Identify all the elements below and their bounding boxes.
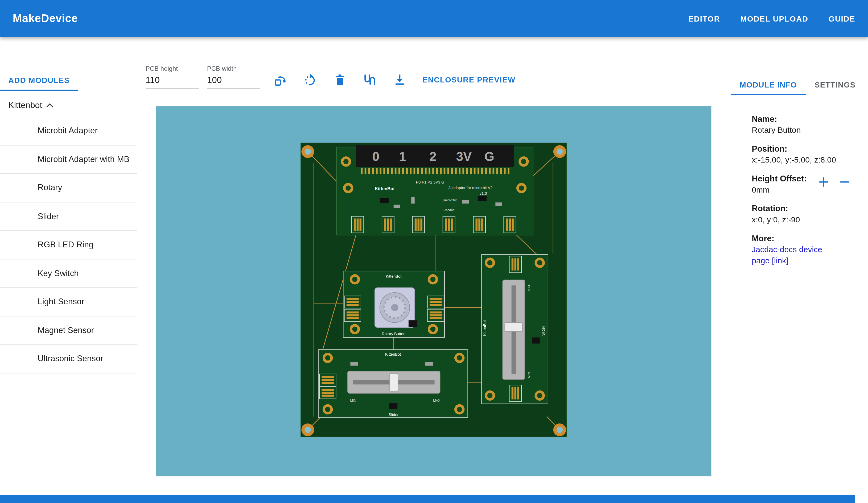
module-info-panel: Name: Rotary Button Position: x:-15.00, … (752, 113, 850, 274)
name-value: Rotary Button (752, 125, 850, 136)
sidebar-group-kittenbot[interactable]: Kittenbot (8, 100, 137, 110)
sidebar-item-key-switch[interactable]: Key Switch (0, 259, 137, 287)
brand-silk: KittenBot (483, 320, 487, 336)
horizontal-slider-track (348, 371, 440, 393)
hslider-jacdac-connectors (319, 374, 336, 399)
module-slider-horizontal[interactable]: KittenBot MIN MAX Slider (318, 349, 468, 418)
nav-guide[interactable]: GUIDE (829, 1, 856, 38)
brand-silk: KittenBot (385, 352, 401, 356)
pcb-width-field: PCB width (207, 65, 260, 89)
chevron-up-icon (46, 103, 54, 108)
brand-silk: KittenBot (386, 274, 401, 279)
height-offset-controls (817, 175, 851, 189)
hslider-chip (389, 403, 397, 409)
jacdac-routing-icon[interactable] (363, 72, 377, 87)
pcb-height-input[interactable] (146, 73, 199, 89)
more-label: More: (752, 233, 850, 244)
rotary-label-silk: Rotary Button (382, 332, 405, 336)
sidebar-item-rotary[interactable]: Rotary (0, 174, 137, 202)
app-header: MakeDevice EDITOR MODEL UPLOAD GUIDE (0, 0, 868, 37)
pin-row-silk: P0 P1 P2 3V3 G (416, 180, 445, 184)
rotate-module-icon[interactable] (273, 72, 287, 87)
name-label: Name: (752, 113, 850, 125)
field-rotation: Rotation: x:0, y:0, z:-90 (752, 203, 850, 225)
min-silk: MIN (350, 399, 356, 402)
footer-bar (0, 495, 855, 503)
vertical-slider-track (503, 280, 525, 379)
slider-label-silk: Slider (541, 326, 545, 336)
right-panel-tabs: MODULE INFO SETTINGS (731, 74, 864, 95)
increase-height-offset-icon[interactable] (817, 175, 830, 189)
slider-chip (532, 337, 540, 344)
edge-connector-pins (359, 168, 510, 174)
header-nav: EDITOR MODEL UPLOAD GUIDE (671, 0, 855, 38)
svg-text:2: 2 (429, 149, 436, 164)
nav-model-upload[interactable]: MODEL UPLOAD (740, 1, 808, 38)
pcb-canvas[interactable]: 0 1 2 3V G P0 P1 P2 3V3 G KittenBot Jacd… (156, 106, 711, 476)
pcb-height-field: PCB height (146, 65, 199, 89)
pcb-width-label: PCB width (207, 65, 260, 72)
adapter-title-silk: Jacdaptor for micro:bit V2 (448, 186, 493, 190)
sidebar-items-list: Microbit Adapter Microbit Adapter with M… (0, 117, 137, 373)
module-rotary-button[interactable]: KittenBot Rotary Button (343, 271, 445, 337)
sidebar-group-label: Kittenbot (8, 100, 42, 110)
position-value: x:-15.00, y:-5.00, z:8.00 (752, 154, 850, 166)
sidebar-item-magnet-sensor[interactable]: Magnet Sensor (0, 316, 137, 345)
modules-sidebar: ADD MODULES Kittenbot Microbit Adapter M… (0, 69, 137, 373)
jacdac-docs-link[interactable]: Jacdac-docs device page [link] (752, 244, 840, 266)
field-position: Position: x:-15.00, y:-5.00, z:8.00 (752, 143, 850, 166)
rotate-board-icon[interactable] (303, 72, 317, 87)
module-microbit-adapter[interactable]: 0 1 2 3V G P0 P1 P2 3V3 G KittenBot Jacd… (337, 145, 533, 235)
tab-add-modules[interactable]: ADD MODULES (0, 69, 78, 91)
delete-icon[interactable] (333, 72, 347, 87)
pcb-board[interactable]: 0 1 2 3V G P0 P1 P2 3V3 G KittenBot Jacd… (300, 143, 567, 437)
rotation-label: Rotation: (752, 203, 850, 214)
tab-settings[interactable]: SETTINGS (806, 74, 864, 95)
nav-editor[interactable]: EDITOR (688, 1, 720, 38)
decrease-height-offset-icon[interactable] (838, 175, 851, 189)
canvas-toolbar (273, 72, 407, 87)
svg-text:3V: 3V (456, 149, 472, 164)
jacdac-arrow-silk: ↓Jacdac (442, 208, 455, 212)
min-silk: MIN (527, 372, 531, 378)
rotary-chip (409, 320, 417, 327)
pcb-height-label: PCB height (146, 65, 199, 72)
sidebar-item-microbit-adapter-with-mb[interactable]: Microbit Adapter with MB (0, 145, 137, 174)
rotation-value: x:0, y:0, z:-90 (752, 214, 850, 225)
sidebar-item-slider[interactable]: Slider (0, 202, 137, 231)
app-window: MakeDevice EDITOR MODEL UPLOAD GUIDE ADD… (0, 0, 868, 503)
field-height-offset: Height Offset: 0mm (752, 173, 850, 195)
svg-text:G: G (484, 149, 494, 164)
sidebar-item-microbit-adapter[interactable]: Microbit Adapter (0, 117, 137, 145)
module-slider-vertical[interactable]: MAX MIN KittenBot Slider (482, 254, 548, 404)
position-label: Position: (752, 143, 850, 155)
sidebar-item-light-sensor[interactable]: Light Sensor (0, 287, 137, 316)
sidebar-item-rgb-led-ring[interactable]: RGB LED Ring (0, 231, 137, 259)
tab-module-info[interactable]: MODULE INFO (731, 74, 806, 95)
app-title: MakeDevice (13, 0, 78, 37)
download-icon[interactable] (393, 72, 407, 87)
pcb-width-input[interactable] (207, 73, 260, 89)
slider-label-silk: Slider (389, 412, 399, 417)
svg-text:1: 1 (399, 149, 406, 164)
field-more: More: Jacdac-docs device page [link] (752, 233, 850, 266)
microbit-arrow-silk: ↑micro:bit (442, 198, 457, 202)
sidebar-item-ultrasonic-sensor[interactable]: Ultrasonic Sensor (0, 345, 137, 373)
max-silk: MAX (433, 399, 441, 402)
enclosure-preview-button[interactable]: ENCLOSURE PREVIEW (422, 75, 516, 84)
brand-silk: KittenBot (375, 186, 395, 191)
adapter-version-silk: v1.0 (480, 191, 487, 196)
field-name: Name: Rotary Button (752, 113, 850, 135)
svg-text:0: 0 (372, 149, 380, 164)
max-silk: MAX (527, 284, 531, 291)
